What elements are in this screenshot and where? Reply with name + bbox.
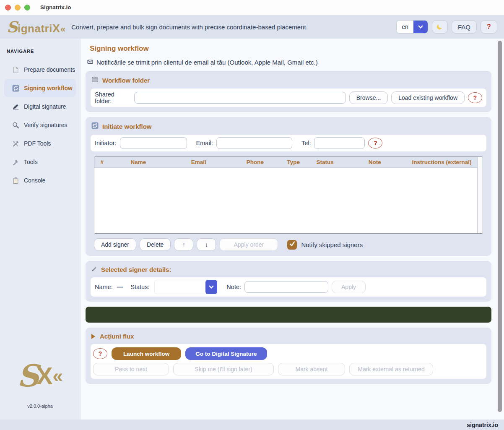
column-header-type: Type [280, 159, 307, 165]
signer-status-label: Status: [130, 284, 149, 290]
tel-label: Tel: [301, 140, 311, 146]
minimize-window-button[interactable] [15, 5, 21, 10]
mark-external-returned-button[interactable]: Mark external as returned [349, 363, 433, 375]
signers-table[interactable]: # Name Email Phone Type Status Note Inst… [94, 156, 483, 234]
pen-icon [12, 103, 19, 110]
notify-skipped-label: Notify skipped signers [301, 241, 363, 248]
signer-name-label: Name: [95, 284, 113, 290]
workflow-folder-card: Workflow folder Shared folder: Browse...… [86, 71, 491, 112]
sidebar-item-console[interactable]: Console [4, 171, 76, 190]
mark-absent-button[interactable]: Mark absent [278, 363, 345, 375]
wrench-icon [12, 158, 19, 166]
selected-signer-header: Selected signer details: [91, 265, 486, 277]
column-header-instructions: Instructions (external) [406, 159, 477, 165]
sidebar-item-label: Prepare documents [24, 66, 75, 73]
selected-signer-card: Selected signer details: Name: — Status:… [86, 261, 491, 302]
apply-order-button[interactable]: Apply order [219, 238, 278, 251]
header-help-button[interactable]: ? [481, 20, 497, 34]
shared-folder-row: Shared folder: Browse... Load existing w… [91, 89, 486, 107]
sidebar-item-label: Signing workflow [24, 85, 73, 91]
footer-logo: S X « [17, 361, 63, 391]
actions-title: Acțiuni flux [100, 333, 134, 340]
page-title: Signing workflow [90, 44, 504, 53]
signers-table-body[interactable] [94, 168, 477, 233]
sidebar-item-tools[interactable]: Tools [4, 153, 76, 171]
workflow-folder-help-button[interactable]: ? [468, 92, 482, 103]
column-header-name: Name [110, 159, 167, 165]
status-select-value [154, 280, 205, 294]
sidebar-item-verify-signatures[interactable]: Verify signatures [4, 116, 76, 134]
tel-input[interactable] [314, 137, 365, 149]
primary-actions-row: ? Launch workflow Go to Digital Signatur… [93, 347, 484, 360]
initiator-row: Initiator: Email: Tel: ? [91, 135, 486, 151]
goto-digital-signature-button[interactable]: Go to Digital Signature [185, 347, 267, 360]
sidebar-footer: S X « v2.0.0-alpha [0, 361, 80, 420]
app-header: SignatriX« Convert, prepare and bulk sig… [0, 15, 504, 39]
faq-button[interactable]: FAQ [452, 20, 477, 34]
load-existing-workflow-button[interactable]: Load existing workflow [391, 91, 465, 104]
move-up-button[interactable]: ↑ [174, 238, 193, 251]
email-notice: Notificările se trimit prin clientul de … [87, 59, 504, 66]
sidebar-heading: NAVIGARE [0, 46, 80, 60]
statusbar-text: signatrix.io [467, 422, 498, 428]
shared-folder-input[interactable] [134, 92, 346, 104]
status-select[interactable] [154, 280, 217, 294]
shared-folder-label: Shared folder: [95, 91, 131, 104]
column-header-number: # [94, 159, 110, 165]
language-select[interactable]: en [396, 20, 428, 34]
add-signer-button[interactable]: Add signer [94, 238, 136, 251]
maximize-window-button[interactable] [24, 5, 30, 10]
pencil-icon [91, 266, 97, 273]
sidebar: NAVIGARE Prepare documents Signing workf… [0, 39, 81, 420]
sidebar-item-signing-workflow[interactable]: Signing workflow [4, 79, 76, 97]
pass-to-next-button[interactable]: Pass to next [93, 363, 169, 375]
signer-note-label: Note: [226, 284, 241, 290]
logo-letter-x: X [52, 23, 60, 34]
main-scrollbar-thumb[interactable] [498, 41, 502, 412]
apply-signer-button[interactable]: Apply [332, 281, 366, 293]
skip-me-button[interactable]: Skip me (I'll sign later) [173, 363, 274, 375]
dark-mode-button[interactable] [432, 20, 448, 34]
initiate-workflow-help-button[interactable]: ? [368, 138, 382, 149]
signers-table-header: # Name Email Phone Type Status Note Inst… [94, 157, 477, 168]
move-down-button[interactable]: ↓ [197, 238, 216, 251]
app-tagline: Convert, prepare and bulk sign documents… [71, 23, 308, 31]
logo-letter-s: S [7, 19, 18, 34]
notify-skipped-checkbox[interactable] [287, 240, 297, 250]
chevron-down-icon [413, 21, 428, 33]
sidebar-item-digital-signature[interactable]: Digital signature [4, 97, 76, 116]
initiate-workflow-header: Initiate workflow [91, 121, 486, 135]
actions-help-button[interactable]: ? [93, 348, 107, 359]
footer-logo-x: X [36, 364, 53, 388]
column-header-email: Email [167, 159, 230, 165]
check-icon [289, 240, 296, 249]
app-window: Signatrix.io SignatriX« Convert, prepare… [0, 0, 504, 430]
signers-table-main: # Name Email Phone Type Status Note Inst… [94, 157, 477, 233]
sync-icon [12, 84, 19, 92]
selected-signer-row: Name: — Status: Note: Apply [91, 277, 486, 297]
workflow-folder-header: Workflow folder [91, 75, 486, 89]
sidebar-item-label: Tools [24, 159, 38, 165]
logo-text: ignatri [18, 23, 52, 34]
window-title: Signatrix.io [40, 4, 71, 10]
signer-note-input[interactable] [244, 281, 328, 293]
signer-buttons-row: Add signer Delete ↑ ↓ Apply order Notify… [94, 238, 486, 251]
launch-workflow-button[interactable]: Launch workflow [112, 347, 181, 360]
sidebar-item-pdf-tools[interactable]: PDF Tools [4, 134, 76, 153]
footer-logo-s: S [17, 361, 39, 391]
sidebar-item-label: Console [24, 177, 45, 184]
close-window-button[interactable] [5, 5, 11, 10]
column-header-phone: Phone [230, 159, 280, 165]
sidebar-item-label: PDF Tools [24, 140, 51, 147]
selected-signer-title: Selected signer details: [101, 266, 171, 273]
titlebar: Signatrix.io [0, 0, 504, 15]
delete-signer-button[interactable]: Delete [140, 238, 171, 251]
moon-icon [436, 23, 444, 31]
sidebar-item-prepare-documents[interactable]: Prepare documents [4, 60, 76, 79]
initiate-workflow-card: Initiate workflow Initiator: Email: Tel:… [86, 117, 491, 256]
status-message-bar [86, 307, 491, 323]
actions-panel: ? Launch workflow Go to Digital Signatur… [91, 344, 486, 379]
email-input[interactable] [216, 137, 292, 149]
browse-button[interactable]: Browse... [349, 91, 388, 104]
initiator-input[interactable] [120, 137, 187, 149]
